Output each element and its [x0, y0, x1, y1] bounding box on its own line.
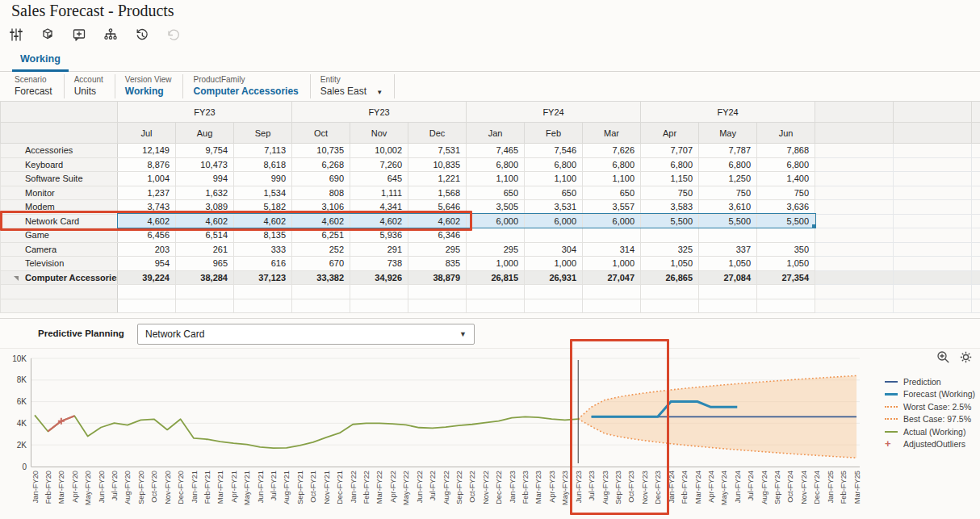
row-label[interactable]: Network Card	[1, 214, 118, 228]
grid-cell[interactable]: 1,000	[467, 257, 525, 271]
grid-cell[interactable]: 203	[118, 242, 176, 257]
grid-cell[interactable]: 6,346	[408, 228, 467, 243]
hierarchy-icon[interactable]	[99, 24, 122, 45]
grid-cell[interactable]: 3,089	[176, 200, 234, 215]
grid-cell[interactable]: 350	[757, 242, 815, 257]
grid-cell[interactable]: 10,002	[350, 144, 408, 158]
grid-cell[interactable]: 6,000	[525, 214, 583, 228]
row-label[interactable]: Monitor	[1, 186, 118, 200]
row-label[interactable]: Game	[1, 228, 118, 243]
grid-cell[interactable]: 3,636	[757, 200, 815, 215]
grid-cell[interactable]: 7,546	[525, 144, 583, 158]
grid-cell[interactable]: 4,602	[234, 214, 292, 228]
grid-cell[interactable]: 1,150	[641, 172, 699, 186]
grid-cell[interactable]: 3,610	[699, 200, 757, 215]
grid-cell[interactable]: 4,602	[408, 214, 467, 228]
grid-cell[interactable]: 10,735	[292, 144, 350, 158]
grid-cell[interactable]: 3,106	[292, 200, 350, 215]
grid-cell[interactable]: 6,800	[525, 157, 583, 172]
grid-cell[interactable]: 33,382	[292, 270, 350, 285]
grid-cell[interactable]: 5,182	[234, 200, 292, 215]
grid-cell[interactable]: 3,505	[467, 200, 525, 215]
grid-cell[interactable]: 3,557	[583, 200, 641, 215]
grid-cell[interactable]: 39,224	[118, 270, 176, 285]
pov-member-value[interactable]: Computer Accessories	[193, 86, 298, 97]
grid-cell[interactable]: 1,100	[583, 172, 641, 186]
row-label[interactable]: Camera	[1, 242, 118, 257]
grid-cell[interactable]: 1,050	[641, 257, 699, 271]
grid-cell[interactable]: 5,646	[408, 200, 467, 215]
grid-cell[interactable]: 26,865	[641, 270, 699, 285]
grid-cell[interactable]: 4,341	[350, 200, 408, 215]
row-label[interactable]: Keyboard	[1, 157, 118, 172]
grid-cell[interactable]: 690	[292, 172, 350, 186]
grid-cell[interactable]: 835	[408, 257, 467, 271]
grid-cell[interactable]: 6,456	[118, 228, 176, 243]
grid-cell[interactable]: 6,800	[757, 157, 815, 172]
grid-cell[interactable]	[583, 228, 641, 243]
grid-cell[interactable]: 3,531	[525, 200, 583, 215]
grid-cell[interactable]: 750	[699, 186, 757, 200]
pov-item-account[interactable]: AccountUnits	[65, 74, 115, 98]
grid-cell[interactable]: 650	[525, 186, 583, 200]
chevron-down-icon[interactable]: ▼	[376, 89, 383, 96]
grid-cell[interactable]: 4,602	[350, 214, 408, 228]
grid-cell[interactable]: 650	[583, 186, 641, 200]
grid-cell[interactable]: 650	[467, 186, 525, 200]
grid-cell[interactable]: 1,050	[757, 257, 815, 271]
grid-cell[interactable]: 616	[234, 257, 292, 271]
history-icon[interactable]	[131, 24, 153, 45]
member-selector-dropdown[interactable]: Network Card ▼	[137, 324, 475, 345]
grid-cell[interactable]: 333	[234, 242, 292, 257]
grid-cell[interactable]: 5,500	[641, 214, 699, 228]
grid-cell[interactable]: 994	[176, 172, 234, 186]
grid-cell[interactable]: 6,251	[292, 228, 350, 243]
grid-cell[interactable]: 1,237	[118, 186, 176, 200]
grid-cell[interactable]: 1,250	[699, 172, 757, 186]
grid-cell[interactable]: 1,004	[118, 172, 176, 186]
grid-cell[interactable]: 6,800	[583, 157, 641, 172]
grid-cell[interactable]: 6,514	[176, 228, 234, 243]
grid-cell[interactable]: 4,602	[118, 214, 176, 228]
grid-cell[interactable]: 10,835	[408, 157, 467, 172]
grid-cell[interactable]: 6,000	[583, 214, 641, 228]
grid-cell[interactable]: 990	[234, 172, 292, 186]
grid-cell[interactable]: 4,602	[292, 214, 350, 228]
row-label[interactable]: Accessories	[1, 144, 118, 158]
zoom-in-icon[interactable]	[936, 350, 950, 367]
grid-cell[interactable]: 7,707	[641, 144, 699, 158]
cube-icon[interactable]	[36, 24, 59, 45]
grid-cell[interactable]: 1,221	[408, 172, 467, 186]
grid-cell[interactable]	[641, 228, 699, 243]
grid-cell[interactable]: 6,800	[641, 157, 699, 172]
pov-item-version-view[interactable]: Version ViewWorking	[115, 74, 184, 98]
grid-cell[interactable]: 27,047	[583, 270, 641, 285]
row-label[interactable]: Modem	[1, 200, 118, 215]
grid-cell[interactable]: 7,626	[583, 144, 641, 158]
grid-cell[interactable]: 9,754	[176, 144, 234, 158]
grid-cell[interactable]: 1,050	[699, 257, 757, 271]
grid-cell[interactable]: 1,568	[408, 186, 467, 200]
grid-cell[interactable]: 27,084	[699, 270, 757, 285]
row-label[interactable]: Computer Accessories	[1, 270, 118, 285]
pov-item-entity[interactable]: EntitySales East▼	[311, 74, 395, 98]
row-label[interactable]: Television	[1, 257, 118, 271]
grid-cell[interactable]: 4,602	[176, 214, 234, 228]
grid-cell[interactable]: 954	[118, 257, 176, 271]
grid-cell[interactable]: 1,000	[525, 257, 583, 271]
pov-member-value[interactable]: Units	[74, 86, 103, 97]
grid-cell[interactable]: 645	[350, 172, 408, 186]
grid-cell[interactable]: 26,931	[525, 270, 583, 285]
collapse-triangle-icon[interactable]	[14, 276, 19, 281]
grid-cell[interactable]: 808	[292, 186, 350, 200]
grid-cell[interactable]: 7,868	[757, 144, 815, 158]
grid-cell[interactable]: 5,500	[699, 214, 757, 228]
grid-cell[interactable]: 6,800	[699, 157, 757, 172]
pov-item-productfamily[interactable]: ProductFamilyComputer Accessories	[183, 74, 310, 98]
grid-cell[interactable]: 10,473	[176, 157, 234, 172]
grid-cell[interactable]: 34,926	[350, 270, 408, 285]
grid-cell[interactable]: 6,268	[292, 157, 350, 172]
grid-cell[interactable]: 750	[641, 186, 699, 200]
grid-cell[interactable]: 3,583	[641, 200, 699, 215]
grid-cell[interactable]: 3,743	[118, 200, 176, 215]
